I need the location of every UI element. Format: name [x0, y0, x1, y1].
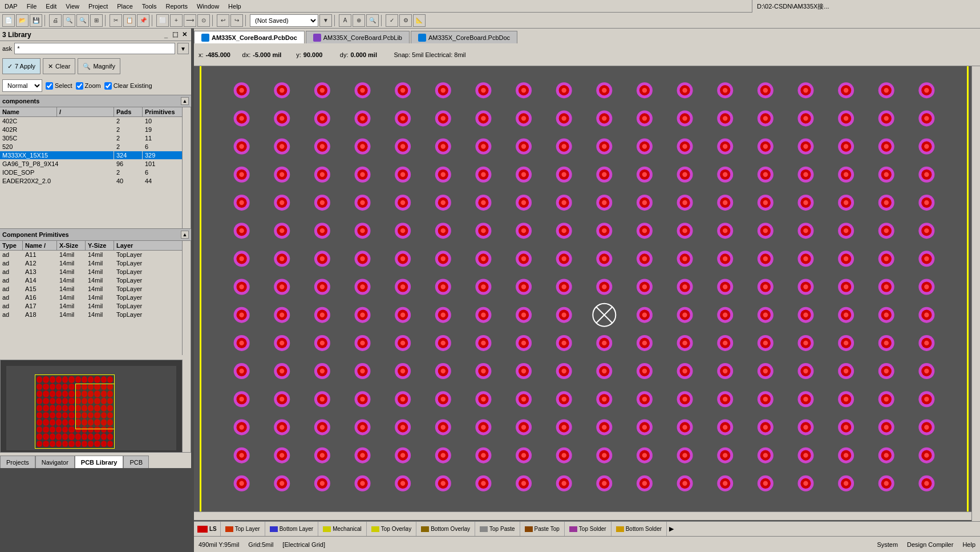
layer-top-paste[interactable]: Top Paste [475, 522, 520, 536]
col-sort[interactable]: / [57, 107, 114, 116]
route-btn[interactable]: ⟶ [184, 14, 196, 27]
status-help[interactable]: Help [962, 541, 975, 548]
canvas-hscroll[interactable] [194, 511, 971, 520]
print-btn[interactable]: 🖨 [49, 14, 62, 27]
list-item[interactable]: ad A16 14mil 14mil TopLayer [0, 293, 183, 302]
menu-reports[interactable]: Reports [161, 2, 192, 11]
col-pads[interactable]: Pads [114, 107, 143, 116]
panel-close[interactable]: ✕ [180, 30, 189, 39]
table-row[interactable]: GA96_T9_P8_9X14 96 101 [0, 160, 183, 168]
tab-pcbdoc-1[interactable]: AM335X_CoreBoard.PcbDoc [194, 31, 305, 43]
col-name[interactable]: Name [0, 107, 57, 116]
dropdown-arrow[interactable]: ▼ [319, 14, 332, 27]
layer-top-overlay[interactable]: Top Overlay [367, 522, 416, 536]
table-row[interactable]: M333XX_15X15 324 329 [0, 151, 183, 160]
layer-bottom-overlay[interactable]: Bottom Overlay [416, 522, 475, 536]
tab-pcb-library[interactable]: PCB Library [75, 456, 124, 468]
menu-help[interactable]: Help [224, 2, 246, 11]
col-ysize[interactable]: Y-Size [86, 241, 114, 250]
search-btn[interactable]: 🔍 [366, 14, 379, 27]
comp-scrollbar[interactable] [182, 107, 191, 228]
cut-btn[interactable]: ✂ [110, 14, 122, 27]
paste-btn[interactable]: 📌 [137, 14, 149, 27]
panel-float[interactable]: ⬚ [171, 30, 180, 39]
compile-btn[interactable]: ⚙ [399, 14, 412, 27]
minimap-viewport[interactable] [75, 384, 115, 429]
pcb-canvas[interactable] [194, 43, 980, 536]
col-xsize[interactable]: X-Size [57, 241, 86, 250]
layer-top-solder[interactable]: Top Solder [565, 522, 612, 536]
table-row[interactable]: 402C 2 10 [0, 117, 183, 126]
select-checkbox[interactable] [46, 82, 53, 90]
redo-btn[interactable]: ↪ [230, 14, 243, 27]
tab-pcblib[interactable]: AM335X_CoreBoard.PcbLib [306, 31, 410, 43]
undo-btn[interactable]: ↩ [217, 14, 229, 27]
table-row[interactable]: EADER20X2_2.0 40 44 [0, 177, 183, 186]
list-item[interactable]: ad A18 14mil 14mil TopLayer [0, 311, 183, 319]
menu-window[interactable]: Window [192, 2, 224, 11]
layer-overflow[interactable]: ▶ [667, 525, 676, 533]
list-item[interactable]: ad A13 14mil 14mil TopLayer [0, 268, 183, 276]
col-pname[interactable]: Name / [23, 241, 57, 250]
layer-mechanical[interactable]: Mechanical [318, 522, 367, 536]
wire-btn[interactable]: + [170, 14, 183, 27]
zoom-fit-btn[interactable]: ⊞ [90, 14, 103, 27]
menu-place[interactable]: Place [112, 2, 137, 11]
canvas-vscroll[interactable] [971, 43, 980, 536]
open-btn[interactable]: 📂 [16, 14, 29, 27]
list-item[interactable]: ad A14 14mil 14mil TopLayer [0, 276, 183, 285]
save-btn[interactable]: 💾 [30, 14, 42, 27]
status-system[interactable]: System [877, 541, 898, 548]
gerber-btn[interactable]: 📐 [413, 14, 426, 27]
drc-btn[interactable]: ✓ [386, 14, 398, 27]
menu-tools[interactable]: Tools [137, 2, 161, 11]
table-row[interactable]: IODE_SOP 2 6 [0, 168, 183, 177]
components-scroll-up[interactable]: ▲ [181, 97, 189, 105]
coord-btn[interactable]: ⊕ [353, 14, 365, 27]
list-item[interactable]: ad A15 14mil 14mil TopLayer [0, 285, 183, 293]
list-item[interactable]: ad A12 14mil 14mil TopLayer [0, 259, 183, 268]
col-prims[interactable]: Primitives [143, 107, 183, 116]
clear-button[interactable]: ✕ Clear [43, 58, 75, 74]
magnify-button[interactable]: 🔍 Magnify [78, 58, 120, 74]
zoom-checkbox[interactable] [76, 82, 83, 90]
zoom-in-btn[interactable]: 🔍 [63, 14, 75, 27]
list-item[interactable]: ad A17 14mil 14mil TopLayer [0, 302, 183, 311]
tab-navigator[interactable]: Navigator [35, 456, 75, 468]
table-row[interactable]: 520 2 6 [0, 143, 183, 151]
layer-bottom[interactable]: Bottom Layer [265, 522, 318, 536]
filter-dropdown[interactable]: Normal [2, 79, 42, 92]
col-layer[interactable]: Layer [114, 241, 183, 250]
prims-scrollbar[interactable] [182, 241, 191, 355]
zoom-out-btn[interactable]: 🔍 [76, 14, 89, 27]
clear-existing-checkbox[interactable] [104, 82, 112, 90]
menu-dap[interactable]: DAP [0, 2, 22, 11]
status-design-compiler[interactable]: Design Compiler [907, 541, 953, 548]
list-item[interactable]: ad A11 14mil 14mil TopLayer [0, 251, 183, 259]
new-btn[interactable]: 📄 [2, 14, 15, 27]
copy-btn[interactable]: 📋 [123, 14, 136, 27]
via-btn[interactable]: ⊙ [197, 14, 210, 27]
layer-bottom-solder[interactable]: Bottom Solder [612, 522, 667, 536]
search-input[interactable] [14, 43, 175, 54]
primitives-scroll-up[interactable]: ▲ [181, 231, 189, 239]
panel-minimize[interactable]: _ [161, 30, 171, 39]
layer-dropdown[interactable]: (Not Saved) [250, 14, 318, 27]
menu-project[interactable]: Project [84, 2, 112, 11]
menu-file[interactable]: File [22, 2, 42, 11]
col-type[interactable]: Type [0, 241, 23, 250]
select-btn[interactable]: ⬜ [156, 14, 169, 27]
table-row[interactable]: 402R 2 19 [0, 126, 183, 134]
menu-view[interactable]: View [61, 2, 84, 11]
apply-button[interactable]: ✓ 7 Apply [2, 58, 41, 74]
layer-bottom-paste[interactable]: Paste Top [520, 522, 565, 536]
menu-edit[interactable]: Edit [41, 2, 61, 11]
tab-pcb[interactable]: PCB [123, 456, 149, 468]
search-dropdown-btn[interactable]: ▼ [177, 43, 189, 54]
layer-top[interactable]: Top Layer [221, 522, 265, 536]
tab-projects[interactable]: Projects [0, 456, 35, 468]
tab-pcbdoc-2[interactable]: AM335X_CoreBoard.PcbDoc [411, 31, 517, 43]
table-row[interactable]: 305C 2 11 [0, 134, 183, 143]
minimap-pad [43, 412, 48, 419]
text-btn[interactable]: A [339, 14, 351, 27]
